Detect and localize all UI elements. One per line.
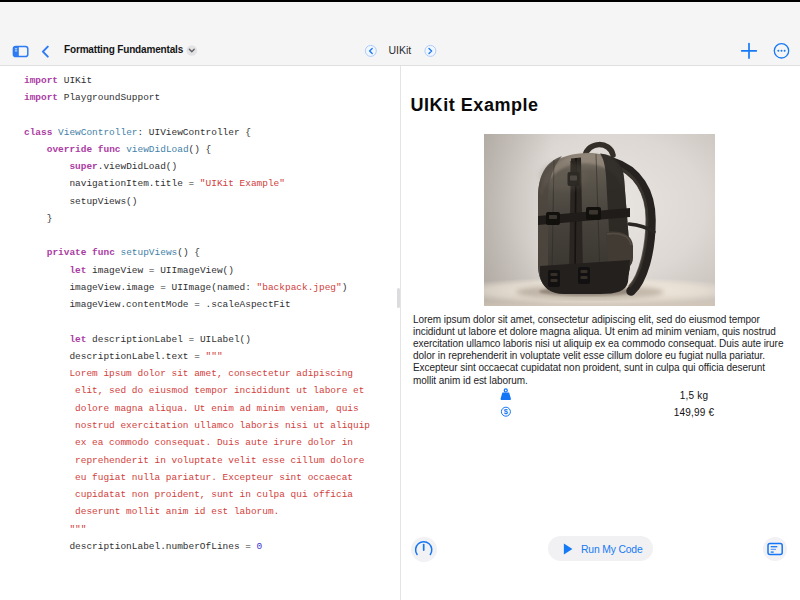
svg-text:$: $ xyxy=(504,407,509,416)
